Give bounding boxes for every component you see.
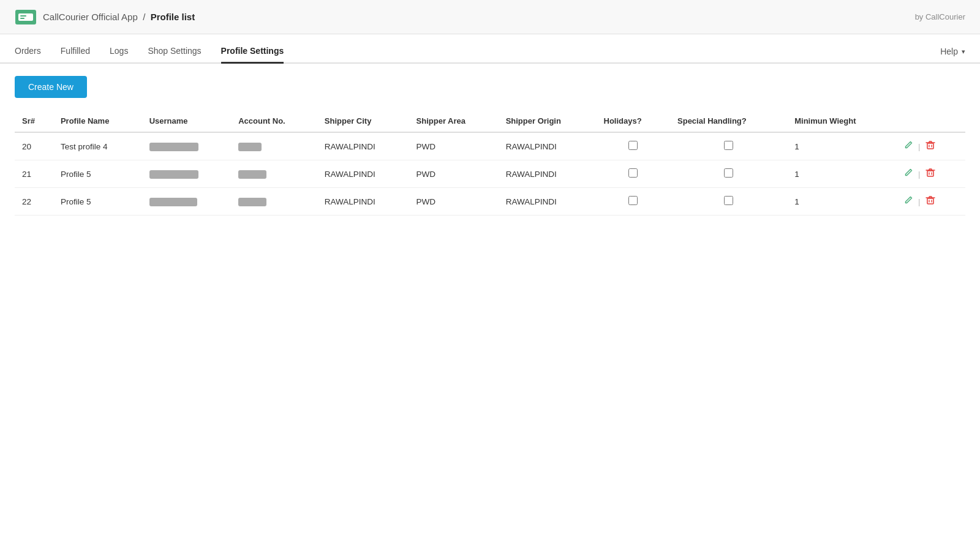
cell-special-handling[interactable] xyxy=(670,160,787,188)
special-handling-checkbox[interactable] xyxy=(724,196,733,205)
cell-special-handling[interactable] xyxy=(670,188,787,216)
table-row: 22 Profile 5 RAWALPINDI PWD RAWALPINDI 1 xyxy=(15,188,965,216)
profiles-table: Sr# Profile Name Username Account No. Sh… xyxy=(15,110,965,216)
cell-account-no xyxy=(231,132,317,160)
cell-min-weight: 1 xyxy=(787,160,894,188)
svg-rect-3 xyxy=(20,18,24,19)
nav-bar: Orders Fulfilled Logs Shop Settings Prof… xyxy=(0,34,980,64)
svg-rect-6 xyxy=(927,198,933,204)
cell-profile-name: Profile 5 xyxy=(53,160,142,188)
holidays-checkbox[interactable] xyxy=(628,141,638,150)
delete-icon xyxy=(925,168,935,178)
app-name: CallCourier Official App xyxy=(43,12,138,22)
cell-holidays[interactable] xyxy=(597,132,670,160)
table-row: 21 Profile 5 RAWALPINDI PWD RAWALPINDI 1 xyxy=(15,160,965,188)
action-separator: | xyxy=(918,197,921,206)
col-holidays: Holidays? xyxy=(597,110,670,132)
col-shipper-city: Shipper City xyxy=(317,110,409,132)
holidays-checkbox[interactable] xyxy=(628,168,638,178)
svg-rect-1 xyxy=(18,13,33,21)
cell-username xyxy=(142,160,231,188)
edit-button[interactable] xyxy=(901,139,916,154)
app-byline: by CallCourier xyxy=(915,12,965,21)
app-header: CallCourier Official App / Profile list … xyxy=(0,0,980,34)
delete-button[interactable] xyxy=(923,194,938,209)
cell-shipper-origin: RAWALPINDI xyxy=(499,160,597,188)
delete-button[interactable] xyxy=(923,139,938,154)
tab-orders[interactable]: Orders xyxy=(15,39,41,64)
cell-shipper-city: RAWALPINDI xyxy=(317,132,409,160)
col-shipper-area: Shipper Area xyxy=(409,110,499,132)
svg-rect-4 xyxy=(927,143,933,149)
cell-sr: 21 xyxy=(15,160,53,188)
col-special-handling: Special Handling? xyxy=(670,110,787,132)
cell-account-no xyxy=(231,188,317,216)
help-label: Help xyxy=(940,47,958,56)
cell-actions: | xyxy=(894,160,965,188)
help-menu[interactable]: Help ▾ xyxy=(940,47,965,62)
table-body: 20 Test profile 4 RAWALPINDI PWD RAWALPI… xyxy=(15,132,965,216)
delete-button[interactable] xyxy=(923,167,938,181)
holidays-checkbox[interactable] xyxy=(628,196,638,205)
action-separator: | xyxy=(918,170,921,179)
app-title: CallCourier Official App / Profile list xyxy=(43,12,195,22)
delete-icon xyxy=(925,195,935,205)
header-left: CallCourier Official App / Profile list xyxy=(15,9,195,26)
table-header: Sr# Profile Name Username Account No. Sh… xyxy=(15,110,965,132)
svg-rect-5 xyxy=(927,171,933,176)
page-name: Profile list xyxy=(151,12,195,22)
create-new-button[interactable]: Create New xyxy=(15,76,87,98)
delete-icon xyxy=(925,140,935,150)
help-chevron-icon: ▾ xyxy=(962,48,965,56)
cell-username xyxy=(142,188,231,216)
cell-sr: 22 xyxy=(15,188,53,216)
tab-logs[interactable]: Logs xyxy=(110,39,128,64)
cell-shipper-city: RAWALPINDI xyxy=(317,188,409,216)
cell-shipper-city: RAWALPINDI xyxy=(317,160,409,188)
col-profile-name: Profile Name xyxy=(53,110,142,132)
col-sr: Sr# xyxy=(15,110,53,132)
cell-shipper-area: PWD xyxy=(409,160,499,188)
cell-holidays[interactable] xyxy=(597,188,670,216)
cell-actions: | xyxy=(894,132,965,160)
app-logo xyxy=(15,9,37,26)
tab-profile-settings[interactable]: Profile Settings xyxy=(221,39,284,64)
title-separator: / xyxy=(143,12,145,22)
tab-fulfilled[interactable]: Fulfilled xyxy=(61,39,90,64)
nav-tabs: Orders Fulfilled Logs Shop Settings Prof… xyxy=(15,39,284,62)
cell-profile-name: Profile 5 xyxy=(53,188,142,216)
col-actions xyxy=(894,110,965,132)
edit-icon xyxy=(903,168,913,178)
col-min-weight: Minimun Wieght xyxy=(787,110,894,132)
cell-holidays[interactable] xyxy=(597,160,670,188)
cell-shipper-origin: RAWALPINDI xyxy=(499,132,597,160)
col-account-no: Account No. xyxy=(231,110,317,132)
special-handling-checkbox[interactable] xyxy=(724,168,733,178)
table-row: 20 Test profile 4 RAWALPINDI PWD RAWALPI… xyxy=(15,132,965,160)
cell-min-weight: 1 xyxy=(787,188,894,216)
col-shipper-origin: Shipper Origin xyxy=(499,110,597,132)
cell-account-no xyxy=(231,160,317,188)
edit-icon xyxy=(903,140,913,150)
cell-special-handling[interactable] xyxy=(670,132,787,160)
cell-min-weight: 1 xyxy=(787,132,894,160)
cell-profile-name: Test profile 4 xyxy=(53,132,142,160)
tab-shop-settings[interactable]: Shop Settings xyxy=(148,39,201,64)
cell-shipper-area: PWD xyxy=(409,132,499,160)
svg-rect-2 xyxy=(20,15,26,17)
action-separator: | xyxy=(918,142,921,151)
edit-button[interactable] xyxy=(901,167,916,181)
edit-button[interactable] xyxy=(901,194,916,209)
cell-shipper-origin: RAWALPINDI xyxy=(499,188,597,216)
cell-username xyxy=(142,132,231,160)
main-content: Create New Sr# Profile Name Username Acc… xyxy=(0,64,980,228)
cell-actions: | xyxy=(894,188,965,216)
header-row: Sr# Profile Name Username Account No. Sh… xyxy=(15,110,965,132)
col-username: Username xyxy=(142,110,231,132)
cell-shipper-area: PWD xyxy=(409,188,499,216)
special-handling-checkbox[interactable] xyxy=(724,141,733,150)
edit-icon xyxy=(903,195,913,205)
cell-sr: 20 xyxy=(15,132,53,160)
